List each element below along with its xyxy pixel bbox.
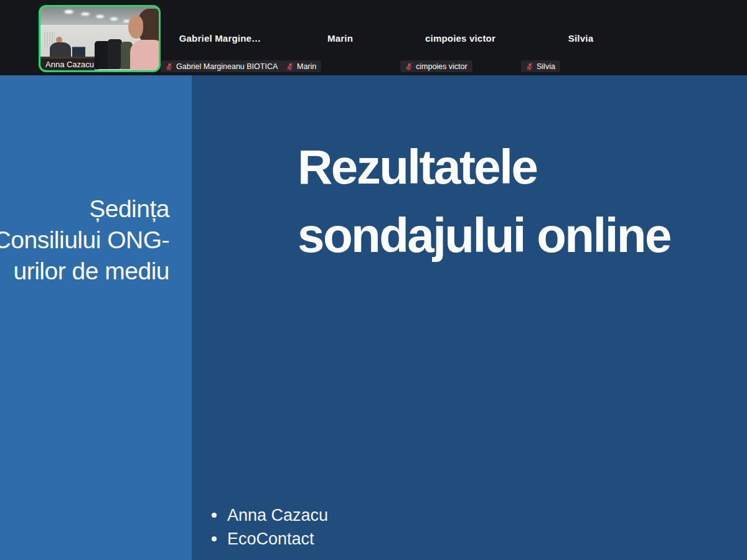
slide-title: Rezultatele sondajului online xyxy=(298,133,670,269)
bullet-dot xyxy=(212,513,217,518)
name-label: Gabriel Margineanu BIOTICA xyxy=(161,60,283,72)
name-label: Marin xyxy=(281,60,321,72)
name-label-text: Silvia xyxy=(537,62,555,71)
sidebar-title-line: urilor de mediu xyxy=(0,256,169,287)
slide-bullet-list: Anna Cazacu EcoContact xyxy=(210,503,328,551)
speaker-body xyxy=(130,40,161,72)
name-label: cimpoies victor xyxy=(400,60,472,72)
name-label-text: cimpoies victor xyxy=(416,62,467,71)
bullet-item: Anna Cazacu xyxy=(210,503,328,527)
mic-muted-icon xyxy=(526,63,533,70)
participant-name: Marin xyxy=(280,33,400,44)
bullet-item: EcoContact xyxy=(210,527,328,551)
participants-strip: Anna Cazacu Gabriel Margine… Marin cimpo… xyxy=(0,0,747,75)
mic-muted-icon xyxy=(405,63,413,70)
active-speaker-video-tile[interactable]: Anna Cazacu xyxy=(39,5,161,72)
name-label-text: Marin xyxy=(297,62,316,71)
office-chair xyxy=(108,39,122,69)
slide-sidebar-title: Ședința Consiliului ONG- urilor de mediu xyxy=(0,194,169,287)
participant-name: cimpoies victor xyxy=(400,33,520,44)
speaker-face xyxy=(128,16,144,39)
mic-muted-icon xyxy=(286,63,294,70)
slide-title-line: Rezultatele xyxy=(298,133,670,201)
name-label: Silvia xyxy=(521,60,560,72)
slide-title-line: sondajului online xyxy=(298,201,670,269)
sidebar-title-line: Ședința xyxy=(0,194,169,225)
bullet-dot xyxy=(212,536,217,541)
name-label-text: Gabriel Margineanu BIOTICA xyxy=(176,62,278,71)
name-label: Anna Cazacu xyxy=(40,58,99,70)
shared-screen-slide: Rezultatele sondajului online Anna Cazac… xyxy=(0,75,747,560)
slide-sidebar: Ședința Consiliului ONG- urilor de mediu xyxy=(0,75,192,560)
participant-name: Silvia xyxy=(520,33,641,44)
mic-muted-icon xyxy=(166,63,173,70)
bullet-text: Anna Cazacu xyxy=(227,506,328,525)
name-label-text: Anna Cazacu xyxy=(45,60,94,69)
sidebar-title-line: Consiliului ONG- xyxy=(0,225,169,256)
participant-name: Gabriel Margine… xyxy=(160,33,280,44)
bullet-text: EcoContact xyxy=(227,530,314,548)
